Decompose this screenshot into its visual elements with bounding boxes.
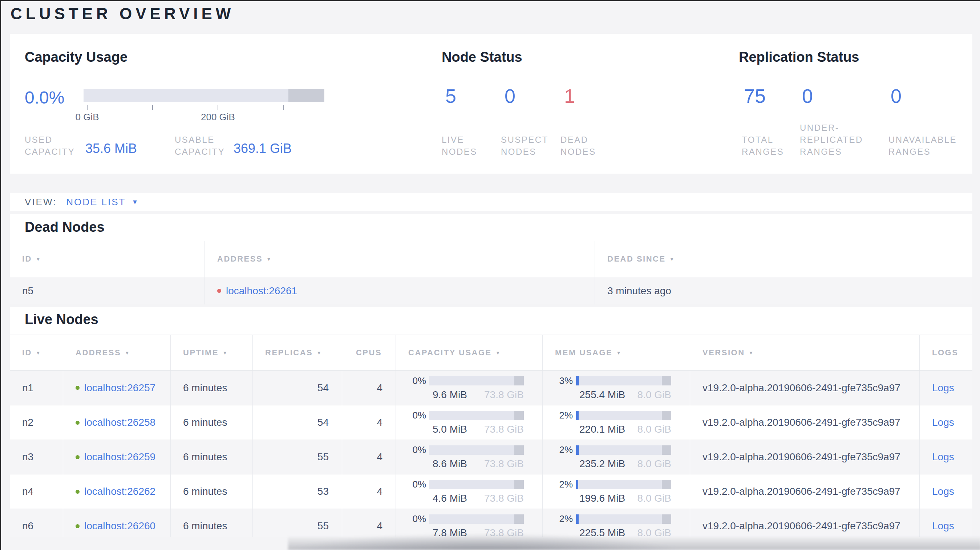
capacity-used: 5.0 MiB (433, 424, 467, 435)
under-replicated-ranges-stat: 0 UNDER-REPLICATED RANGES (800, 85, 869, 158)
column-header-mem-usage[interactable]: MEM USAGE ▼ (542, 335, 690, 370)
uptime-cell: 6 minutes (170, 370, 253, 405)
node-address-cell: localhost:26259 (63, 440, 170, 474)
mem-bar-fill (576, 514, 579, 524)
capacity-bar-other-segment (514, 411, 524, 420)
dead-since-cell: 3 minutes ago (595, 277, 972, 304)
mem-bar-other-segment (662, 445, 671, 455)
capacity-used-percent: 0.0% (25, 87, 64, 108)
under-replicated-label: UNDER-REPLICATED RANGES (800, 122, 867, 158)
live-nodes-section: Live Nodes ID ▼ ADDRESS ▼ UPTIME ▼ REPLI… (10, 307, 972, 537)
mem-bar (576, 480, 671, 490)
replication-status-title: Replication Status (739, 49, 859, 65)
axis-tick (283, 105, 284, 110)
node-address-link[interactable]: localhost:26257 (84, 382, 156, 394)
table-row: n5 localhost:26261 3 minutes ago (10, 277, 972, 304)
cluster-overview-page: CLUSTER OVERVIEW Capacity Usage 0.0% 0 G… (0, 0, 980, 550)
column-header-version[interactable]: VERSION ▼ (690, 335, 920, 370)
node-address-link[interactable]: localhost:26262 (84, 486, 156, 498)
sort-icon[interactable]: ▼ (749, 350, 754, 356)
column-header-id[interactable]: ID ▼ (10, 335, 63, 370)
logs-link[interactable]: Logs (932, 382, 954, 394)
sort-icon[interactable]: ▼ (36, 350, 41, 356)
replicas-cell: 55 (253, 440, 342, 474)
live-nodes-table-header: ID ▼ ADDRESS ▼ UPTIME ▼ REPLICAS ▼ CPUS … (10, 335, 972, 370)
node-id-cell: n1 (10, 370, 63, 405)
logs-link[interactable]: Logs (932, 520, 954, 532)
logs-link[interactable]: Logs (932, 416, 954, 428)
dead-nodes-stat: 1 DEAD NODES (560, 85, 615, 158)
capacity-bar (430, 445, 524, 455)
sort-icon[interactable]: ▼ (670, 256, 675, 262)
view-selected-option[interactable]: NODE LIST (66, 197, 126, 208)
node-address-link[interactable]: localhost:26261 (226, 285, 297, 297)
mem-usage-cell: 2% 235.2 MiB 8.0 GiB (542, 440, 690, 474)
capacity-total: 73.8 GiB (484, 389, 524, 401)
capacity-used: 4.6 MiB (433, 493, 467, 504)
sort-icon[interactable]: ▼ (317, 350, 322, 356)
table-row: n2 localhost:26258 6 minutes 54 4 0% (10, 405, 972, 440)
capacity-used: 7.8 MiB (433, 527, 467, 537)
node-address-cell: localhost:26261 (205, 277, 595, 304)
table-row: n4 localhost:26262 6 minutes 53 4 0% (10, 474, 972, 509)
column-header-uptime[interactable]: UPTIME ▼ (170, 335, 253, 370)
column-header-capacity-usage[interactable]: CAPACITY USAGE ▼ (396, 335, 542, 370)
capacity-bar-other-segment (514, 514, 524, 524)
mem-total: 8.0 GiB (638, 493, 671, 504)
mem-used: 225.5 MiB (579, 527, 625, 537)
column-header-replicas[interactable]: REPLICAS ▼ (253, 335, 342, 370)
live-status-icon (76, 524, 80, 528)
sort-icon[interactable]: ▼ (266, 256, 272, 262)
dead-status-icon (217, 289, 221, 293)
node-address-cell: localhost:26258 (63, 405, 170, 440)
live-nodes-label: LIVE NODES (442, 134, 485, 158)
capacity-usage-cell: 0% 5.0 MiB 73.8 GiB (396, 405, 542, 440)
capacity-usage-title: Capacity Usage (25, 49, 127, 65)
mem-usage-cell: 2% 199.6 MiB 8.0 GiB (542, 474, 690, 509)
replicas-cell: 54 (253, 370, 342, 405)
node-address-link[interactable]: localhost:26260 (84, 520, 156, 532)
version-cell: v19.2.0-alpha.20190606-2491-gfe735c9a97 (690, 370, 920, 405)
logs-cell: Logs (920, 405, 972, 440)
dead-nodes-label: DEAD NODES (560, 134, 600, 158)
column-header-address[interactable]: ADDRESS ▼ (205, 241, 595, 277)
total-ranges-count: 75 (744, 85, 796, 107)
capacity-total: 73.8 GiB (484, 527, 524, 537)
logs-link[interactable]: Logs (932, 486, 954, 498)
mem-bar (576, 411, 671, 420)
used-capacity-label: USED CAPACITY (25, 134, 83, 158)
mem-total: 8.0 GiB (638, 424, 671, 435)
capacity-usage-cell: 0% 7.8 MiB 73.8 GiB (396, 509, 542, 537)
node-address-link[interactable]: localhost:26258 (84, 416, 156, 428)
logs-link[interactable]: Logs (932, 451, 954, 463)
uptime-cell: 6 minutes (170, 440, 253, 474)
column-header-address[interactable]: ADDRESS ▼ (63, 335, 170, 370)
total-ranges-stat: 75 TOTAL RANGES (742, 85, 796, 158)
capacity-total: 73.8 GiB (484, 458, 524, 470)
mem-used: 220.1 MiB (579, 424, 625, 435)
suspect-nodes-count: 0 (504, 85, 557, 107)
capacity-bar-other-segment (514, 480, 524, 490)
version-cell: v19.2.0-alpha.20190606-2491-gfe735c9a97 (690, 440, 920, 474)
replicas-cell: 54 (253, 405, 342, 440)
mem-bar-fill (576, 480, 578, 490)
mem-usage-cell: 3% 255.4 MiB 8.0 GiB (542, 370, 690, 405)
logs-cell: Logs (920, 440, 972, 474)
usable-capacity-value: 369.1 GiB (234, 141, 292, 156)
mem-usage-cell: 2% 225.5 MiB 8.0 GiB (542, 509, 690, 537)
column-header-dead-since[interactable]: DEAD SINCE ▼ (595, 241, 972, 277)
replicas-cell: 53 (253, 474, 342, 509)
node-address-link[interactable]: localhost:26259 (84, 451, 156, 463)
view-selector[interactable]: NODE LIST ▼ (66, 197, 138, 208)
node-id-cell: n6 (10, 509, 63, 537)
sort-icon[interactable]: ▼ (124, 350, 130, 356)
sort-icon[interactable]: ▼ (495, 350, 501, 356)
sort-icon[interactable]: ▼ (222, 350, 228, 356)
sort-icon[interactable]: ▼ (616, 350, 622, 356)
suspect-nodes-stat: 0 SUSPECT NODES (501, 85, 557, 158)
sort-icon[interactable]: ▼ (36, 256, 41, 262)
column-header-id[interactable]: ID ▼ (10, 241, 205, 277)
capacity-bar (430, 411, 524, 420)
unavailable-count: 0 (891, 85, 965, 107)
uptime-cell: 6 minutes (170, 405, 253, 440)
